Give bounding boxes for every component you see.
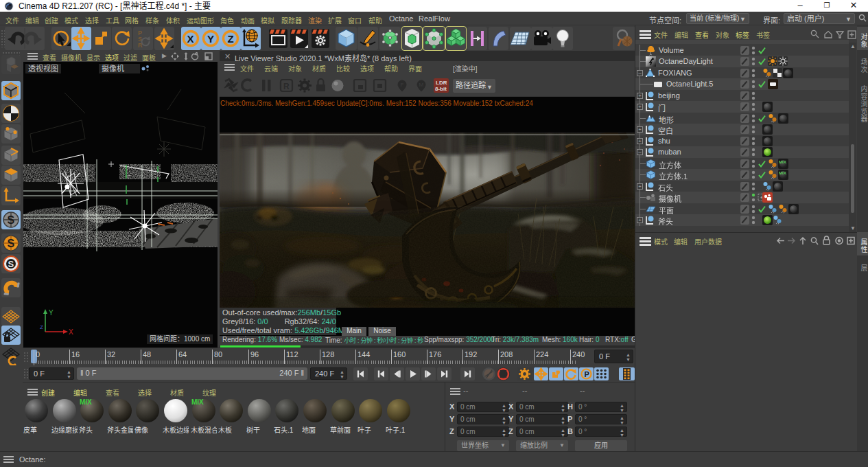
svg-text:M: M: [419, 82, 424, 88]
svg-text:Z: Z: [228, 33, 234, 45]
svg-text:S: S: [8, 259, 14, 269]
svg-text:Y: Y: [207, 33, 214, 45]
svg-text:S: S: [8, 214, 15, 226]
svg-text:F: F: [401, 82, 404, 88]
svg-text:S: S: [8, 238, 15, 249]
svg-text:R: R: [283, 82, 290, 91]
svg-text:Z: Z: [40, 324, 43, 330]
svg-text:LDR: LDR: [436, 80, 447, 86]
svg-text:8-bit: 8-bit: [435, 86, 447, 92]
svg-text:P: P: [585, 370, 589, 378]
svg-text:Y: Y: [49, 309, 54, 317]
svg-text:X: X: [187, 33, 194, 45]
svg-text:X: X: [69, 328, 73, 336]
